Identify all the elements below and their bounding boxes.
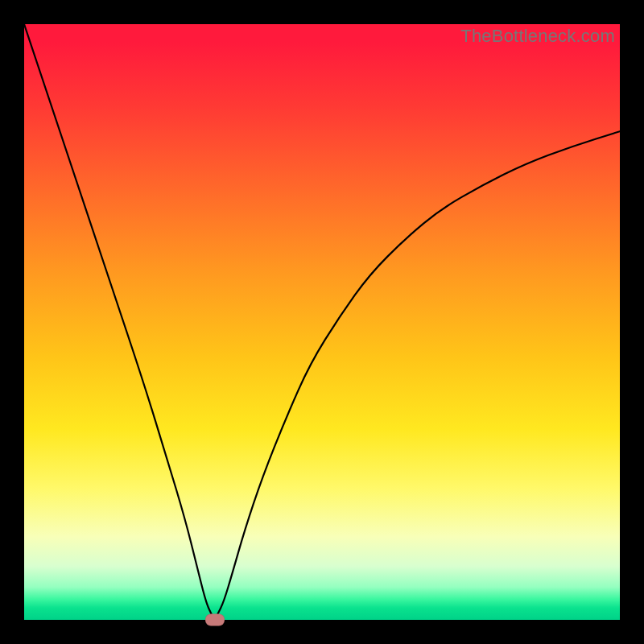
optimal-marker: [205, 614, 225, 626]
chart-stage: TheBottleneck.com: [0, 0, 644, 644]
bottleneck-curve: [24, 24, 620, 618]
curve-svg: [24, 24, 620, 620]
plot-area: TheBottleneck.com: [24, 24, 620, 620]
